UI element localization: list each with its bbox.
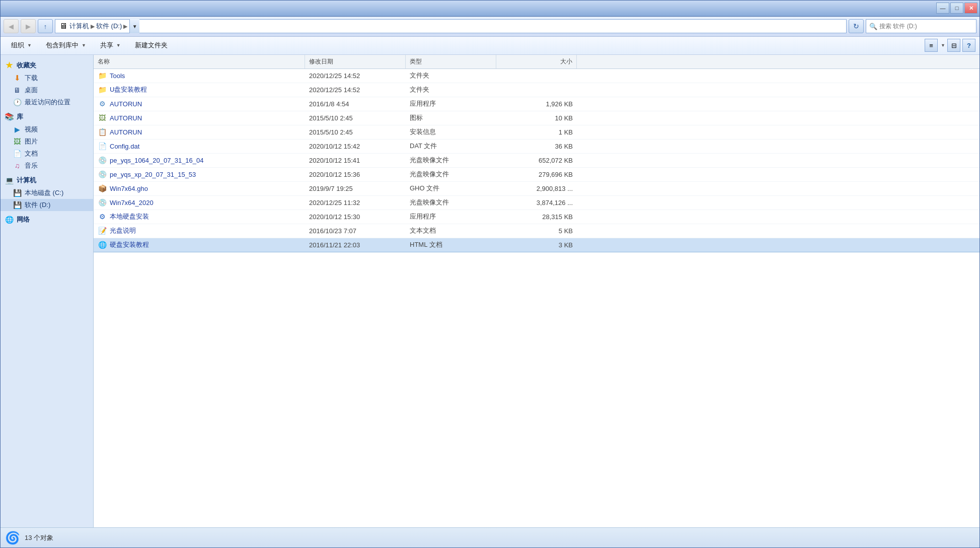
file-icon-6: 💿 bbox=[98, 156, 107, 165]
file-name-label-3: AUTORUN bbox=[110, 114, 142, 122]
sidebar-item-video[interactable]: ▶ 视频 bbox=[1, 123, 93, 135]
file-type-4: 安装信息 bbox=[406, 125, 496, 139]
table-row[interactable]: 📦 Win7x64.gho 2019/9/7 19:25 GHO 文件 2,90… bbox=[94, 182, 979, 196]
file-name-label-0: Tools bbox=[110, 72, 125, 80]
sidebar-network-header[interactable]: 🌐 网络 bbox=[1, 213, 93, 226]
table-row[interactable]: ⚙ 本地硬盘安装 2020/10/12 15:30 应用程序 28,315 KB bbox=[94, 210, 979, 224]
table-row[interactable]: 💿 Win7x64_2020 2020/12/25 11:32 光盘映像文件 3… bbox=[94, 196, 979, 210]
table-row[interactable]: 📄 Config.dat 2020/10/12 15:42 DAT 文件 36 … bbox=[94, 140, 979, 154]
sidebar-favorites-header[interactable]: ★ 收藏夹 bbox=[1, 59, 93, 72]
sidebar-library-header[interactable]: 📚 库 bbox=[1, 110, 93, 123]
file-icon-3: 🖼 bbox=[98, 113, 107, 122]
file-size-8: 2,900,813 ... bbox=[496, 182, 577, 195]
col-header-date[interactable]: 修改日期 bbox=[305, 55, 406, 68]
crumb-computer[interactable]: 计算机 bbox=[69, 22, 89, 31]
table-row[interactable]: 💿 pe_yqs_xp_20_07_31_15_53 2020/10/12 15… bbox=[94, 168, 979, 182]
address-bar[interactable]: 🖥 计算机 ▶ 软件 (D:) ▶ ▼ bbox=[55, 19, 847, 33]
table-row[interactable]: 💿 pe_yqs_1064_20_07_31_16_04 2020/10/12 … bbox=[94, 154, 979, 168]
up-button[interactable]: ↑ bbox=[38, 19, 53, 33]
sidebar-drive-d-label: 软件 (D:) bbox=[25, 200, 50, 210]
documents-icon: 📄 bbox=[13, 149, 22, 158]
preview-pane-button[interactable]: ⊟ bbox=[947, 39, 960, 52]
sidebar-item-drive-c[interactable]: 💾 本地磁盘 (C:) bbox=[1, 187, 93, 199]
file-icon-0: 📁 bbox=[98, 71, 107, 80]
file-name-8: 📦 Win7x64.gho bbox=[94, 182, 305, 195]
status-app-icon: 🌀 bbox=[5, 530, 21, 546]
table-row[interactable]: 📁 Tools 2020/12/25 14:52 文件夹 bbox=[94, 69, 979, 83]
table-row[interactable]: 📝 光盘说明 2016/10/23 7:07 文本文档 5 KB bbox=[94, 224, 979, 238]
computer-sidebar-icon: 💻 bbox=[5, 176, 14, 185]
help-button[interactable]: ? bbox=[962, 39, 975, 52]
sidebar-item-drive-d[interactable]: 💾 软件 (D:) bbox=[1, 199, 93, 211]
file-type-5: DAT 文件 bbox=[406, 140, 496, 153]
file-name-label-7: pe_yqs_xp_20_07_31_15_53 bbox=[110, 171, 196, 178]
nav-bar: ◀ ▶ ↑ 🖥 计算机 ▶ 软件 (D:) ▶ ▼ ↻ 🔍 bbox=[1, 17, 979, 37]
main-layout: ★ 收藏夹 ⬇ 下载 🖥 桌面 🕐 最近访问的位置 bbox=[1, 55, 979, 527]
music-icon: ♫ bbox=[13, 161, 22, 170]
search-bar[interactable]: 🔍 bbox=[866, 19, 976, 33]
table-row[interactable]: 🖼 AUTORUN 2015/5/10 2:45 图标 10 KB bbox=[94, 111, 979, 125]
file-date-0: 2020/12/25 14:52 bbox=[305, 69, 406, 83]
search-input[interactable] bbox=[879, 23, 973, 30]
file-name-1: 📁 U盘安装教程 bbox=[94, 83, 305, 97]
refresh-button[interactable]: ↻ bbox=[849, 19, 864, 33]
sidebar-item-recent[interactable]: 🕐 最近访问的位置 bbox=[1, 96, 93, 108]
crumb-drive[interactable]: 软件 (D:) bbox=[96, 22, 122, 31]
file-type-7: 光盘映像文件 bbox=[406, 168, 496, 181]
file-size-7: 279,696 KB bbox=[496, 168, 577, 181]
sidebar-computer-header[interactable]: 💻 计算机 bbox=[1, 174, 93, 187]
file-size-10: 28,315 KB bbox=[496, 210, 577, 224]
file-icon-11: 📝 bbox=[98, 226, 107, 235]
sidebar-item-downloads[interactable]: ⬇ 下载 bbox=[1, 72, 93, 84]
table-row[interactable]: ⚙ AUTORUN 2016/1/8 4:54 应用程序 1,926 KB bbox=[94, 97, 979, 111]
file-name-7: 💿 pe_yqs_xp_20_07_31_15_53 bbox=[94, 168, 305, 181]
title-bar: — □ ✕ bbox=[1, 1, 979, 17]
sidebar-music-label: 音乐 bbox=[25, 161, 38, 170]
new-folder-label: 新建文件夹 bbox=[135, 41, 168, 50]
sidebar-section-favorites: ★ 收藏夹 ⬇ 下载 🖥 桌面 🕐 最近访问的位置 bbox=[1, 59, 93, 108]
close-button[interactable]: ✕ bbox=[964, 3, 977, 14]
sidebar-desktop-label: 桌面 bbox=[25, 86, 38, 95]
back-button[interactable]: ◀ bbox=[4, 19, 19, 33]
sidebar-item-pictures[interactable]: 🖼 图片 bbox=[1, 135, 93, 148]
crumb-sep-2: ▶ bbox=[123, 23, 127, 30]
col-header-type[interactable]: 类型 bbox=[406, 55, 496, 68]
address-dropdown-button[interactable]: ▼ bbox=[129, 19, 139, 33]
file-icon-12: 🌐 bbox=[98, 240, 107, 249]
desktop-icon: 🖥 bbox=[13, 86, 22, 95]
file-date-9: 2020/12/25 11:32 bbox=[305, 196, 406, 210]
table-row[interactable]: 📁 U盘安装教程 2020/12/25 14:52 文件夹 bbox=[94, 83, 979, 97]
minimize-button[interactable]: — bbox=[936, 3, 949, 14]
organize-button[interactable]: 组织 ▼ bbox=[5, 38, 38, 52]
video-icon: ▶ bbox=[13, 125, 22, 134]
col-header-name[interactable]: 名称 bbox=[94, 55, 305, 68]
recent-icon: 🕐 bbox=[13, 98, 22, 107]
sidebar-item-music[interactable]: ♫ 音乐 bbox=[1, 160, 93, 172]
share-button[interactable]: 共享 ▼ bbox=[94, 38, 127, 52]
file-size-2: 1,926 KB bbox=[496, 97, 577, 111]
downloads-icon: ⬇ bbox=[13, 74, 22, 83]
crumb-sep-1: ▶ bbox=[91, 23, 95, 30]
file-size-11: 5 KB bbox=[496, 224, 577, 238]
file-size-9: 3,874,126 ... bbox=[496, 196, 577, 210]
forward-button[interactable]: ▶ bbox=[21, 19, 36, 33]
new-folder-button[interactable]: 新建文件夹 bbox=[128, 38, 174, 52]
file-name-label-2: AUTORUN bbox=[110, 100, 142, 108]
view-options-button[interactable]: ≡ bbox=[925, 39, 938, 52]
sidebar-item-documents[interactable]: 📄 文档 bbox=[1, 148, 93, 160]
file-name-0: 📁 Tools bbox=[94, 69, 305, 83]
maximize-button[interactable]: □ bbox=[950, 3, 963, 14]
add-to-library-dropdown-arrow: ▼ bbox=[82, 43, 86, 48]
sidebar-item-desktop[interactable]: 🖥 桌面 bbox=[1, 84, 93, 96]
organize-dropdown-arrow: ▼ bbox=[27, 43, 32, 48]
add-to-library-button[interactable]: 包含到库中 ▼ bbox=[39, 38, 93, 52]
col-header-size[interactable]: 大小 bbox=[496, 55, 577, 68]
table-row[interactable]: 📋 AUTORUN 2015/5/10 2:45 安装信息 1 KB bbox=[94, 125, 979, 140]
table-row[interactable]: 🌐 硬盘安装教程 2016/11/21 22:03 HTML 文档 3 KB bbox=[94, 238, 979, 252]
sidebar-section-network: 🌐 网络 bbox=[1, 213, 93, 226]
status-count: 13 个对象 bbox=[25, 533, 53, 542]
file-date-11: 2016/10/23 7:07 bbox=[305, 224, 406, 238]
share-label: 共享 bbox=[100, 41, 113, 50]
favorites-star-icon: ★ bbox=[5, 61, 14, 70]
file-name-label-9: Win7x64_2020 bbox=[110, 199, 154, 207]
